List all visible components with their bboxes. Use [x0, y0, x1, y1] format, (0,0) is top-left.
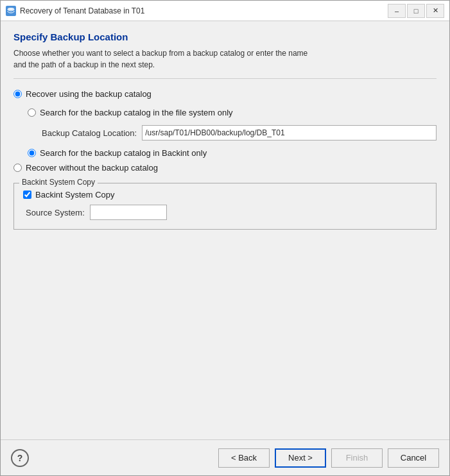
footer-buttons: < Back Next > Finish Cancel	[218, 448, 439, 468]
catalog-location-input[interactable]	[142, 125, 437, 140]
title-bar-buttons: – □ ✕	[388, 4, 444, 18]
finish-button[interactable]: Finish	[331, 448, 383, 468]
source-system-row: Source System:	[26, 205, 427, 220]
recover-no-catalog-option[interactable]: Recover without the backup catalog	[13, 163, 437, 173]
recover-no-catalog-label[interactable]: Recover without the backup catalog	[26, 163, 158, 173]
group-box-legend: Backint System Copy	[19, 178, 98, 187]
footer-left: ?	[11, 449, 29, 467]
search-backint-radio[interactable]	[28, 149, 36, 157]
catalog-location-label: Backup Catalog Location:	[42, 128, 137, 138]
divider	[13, 78, 437, 79]
title-bar: Recovery of Tenant Database in T01 – □ ✕	[1, 1, 449, 21]
recover-catalog-radio[interactable]	[13, 90, 22, 98]
close-button[interactable]: ✕	[426, 4, 444, 18]
svg-point-0	[8, 8, 14, 10]
footer: ? < Back Next > Finish Cancel	[1, 439, 449, 475]
search-filesystem-label[interactable]: Search for the backup catalog in the fil…	[40, 108, 233, 117]
section-title: Specify Backup Location	[13, 31, 437, 42]
main-options: Recover using the backup catalog Search …	[13, 89, 437, 173]
cancel-button[interactable]: Cancel	[388, 448, 439, 468]
back-button[interactable]: < Back	[218, 448, 270, 468]
help-button[interactable]: ?	[11, 449, 29, 467]
search-backint-option[interactable]: Search for the backup catalog in Backint…	[28, 148, 437, 158]
source-system-input[interactable]	[90, 205, 167, 220]
maximize-button[interactable]: □	[407, 4, 425, 18]
minimize-button[interactable]: –	[388, 4, 406, 18]
source-system-label: Source System:	[26, 208, 85, 217]
db-icon	[6, 6, 16, 16]
window-title: Recovery of Tenant Database in T01	[20, 6, 144, 15]
backint-system-copy-checkbox-row[interactable]: Backint System Copy	[23, 190, 427, 200]
recover-catalog-option[interactable]: Recover using the backup catalog	[13, 89, 437, 99]
main-window: Recovery of Tenant Database in T01 – □ ✕…	[0, 0, 450, 476]
title-bar-left: Recovery of Tenant Database in T01	[6, 6, 144, 16]
content-area: Specify Backup Location Choose whether y…	[1, 21, 449, 439]
backint-system-copy-group: Backint System Copy Backint System Copy …	[13, 183, 437, 230]
catalog-sub-options: Search for the backup catalog in the fil…	[28, 108, 437, 158]
backint-system-copy-label[interactable]: Backint System Copy	[35, 190, 115, 200]
backint-system-copy-checkbox[interactable]	[23, 191, 31, 199]
search-filesystem-option[interactable]: Search for the backup catalog in the fil…	[28, 108, 437, 117]
section-description: Choose whether you want to select a back…	[13, 47, 437, 71]
search-backint-label[interactable]: Search for the backup catalog in Backint…	[40, 148, 207, 158]
recover-catalog-label[interactable]: Recover using the backup catalog	[26, 89, 151, 99]
search-filesystem-radio[interactable]	[28, 108, 36, 117]
next-button[interactable]: Next >	[275, 448, 326, 468]
catalog-location-row: Backup Catalog Location:	[42, 125, 437, 140]
recover-no-catalog-radio[interactable]	[13, 164, 22, 172]
